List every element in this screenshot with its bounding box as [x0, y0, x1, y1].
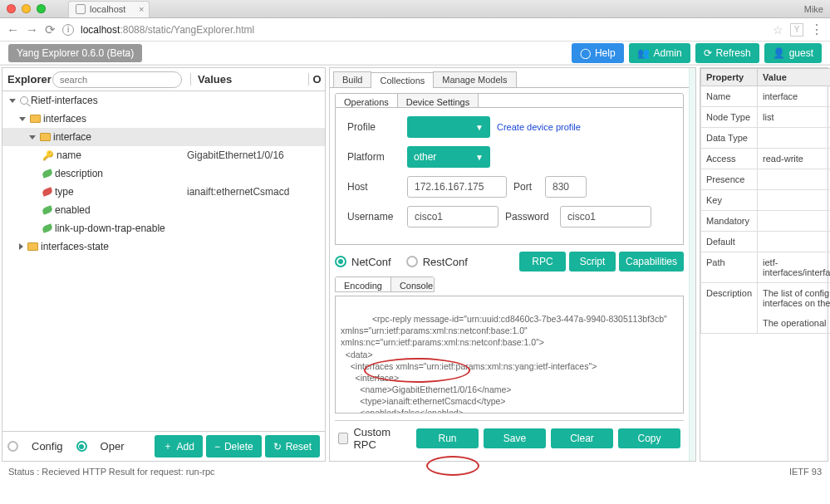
bookmark-icon[interactable]: ☆ — [773, 23, 783, 37]
tree-row[interactable]: link-up-down-trap-enable — [2, 219, 325, 237]
table-row: DescriptionThe list of configured interf… — [701, 283, 831, 334]
tab-device-settings[interactable]: Device Settings — [398, 94, 479, 107]
explorer-title: Explorer — [2, 73, 52, 86]
oper-radio[interactable] — [76, 441, 87, 452]
netconf-radio[interactable] — [335, 256, 346, 267]
tree-row[interactable]: interface — [2, 128, 325, 146]
script-button[interactable]: Script — [569, 252, 616, 272]
port-label: Port — [513, 181, 538, 193]
os-username: Mike — [804, 4, 823, 14]
url-display[interactable]: localhost:8088/static/YangExplorer.html — [81, 24, 766, 36]
rpc-button[interactable]: RPC — [519, 252, 566, 272]
tree-row[interactable]: interfaces — [2, 110, 325, 128]
delete-button[interactable]: −Delete — [206, 435, 262, 458]
add-button[interactable]: ＋Add — [155, 435, 203, 458]
restconf-radio[interactable] — [406, 256, 418, 267]
tree-row[interactable]: description — [2, 164, 325, 183]
copy-button[interactable]: Copy — [618, 428, 680, 448]
platform-dropdown[interactable]: other▼ — [407, 146, 490, 168]
table-row: Default — [701, 232, 831, 252]
tab-collections[interactable]: Collections — [371, 72, 434, 88]
prop-name: Description — [701, 283, 758, 334]
port-input[interactable] — [545, 176, 587, 198]
prop-name: Name — [701, 86, 758, 107]
tab-manage-models[interactable]: Manage Models — [433, 71, 516, 87]
tree-row[interactable]: Rietf-interfaces — [2, 91, 325, 110]
prop-value — [758, 169, 830, 190]
custom-rpc-checkbox[interactable] — [338, 433, 348, 444]
tab-title: localhost — [90, 4, 125, 14]
username-input[interactable] — [407, 206, 498, 228]
close-dot[interactable] — [7, 4, 16, 13]
create-profile-link[interactable]: Create device profile — [497, 122, 581, 132]
table-row: Data Type — [701, 128, 831, 149]
profile-label: Profile — [347, 121, 400, 133]
status-ietf: IETF 93 — [789, 467, 822, 477]
prop-name: Default — [701, 232, 758, 252]
prop-name: Path — [701, 252, 758, 283]
table-row: Pathietf-interfaces/interfaces/interface — [701, 252, 831, 283]
clear-button[interactable]: Clear — [551, 428, 613, 448]
restconf-label: RestConf — [423, 256, 468, 268]
tree-node-value: ianaift:ethernetCsmacd — [184, 186, 325, 198]
table-row: Mandatory — [701, 211, 831, 232]
reset-button[interactable]: ↻Reset — [265, 435, 320, 458]
tree-node-label: interfaces-state — [41, 241, 109, 252]
max-dot[interactable] — [37, 4, 46, 13]
refresh-button[interactable]: ⟳Refresh — [695, 43, 759, 63]
protocol-row: NetConf RestConf RPC Script Capabilities — [335, 252, 684, 272]
y-extension-icon[interactable]: Y — [790, 23, 803, 37]
explorer-tree[interactable]: Rietf-interfacesinterfacesinterface🔑name… — [2, 91, 325, 431]
browser-menu-icon[interactable]: ⋮ — [810, 22, 823, 37]
admin-button[interactable]: 👥Admin — [629, 43, 690, 63]
tree-row[interactable]: 🔑nameGigabitEthernet1/0/16 — [2, 146, 325, 164]
run-button[interactable]: Run — [416, 428, 479, 448]
url-path: :8088/static/YangExplorer.html — [120, 24, 254, 36]
admin-label: Admin — [654, 47, 682, 59]
tree-row[interactable]: interfaces-state — [2, 237, 325, 256]
address-bar: ← → ⟳ i localhost:8088/static/YangExplor… — [0, 18, 830, 42]
explorer-footer: Config Oper ＋Add −Delete ↻Reset — [2, 431, 325, 461]
prop-value — [758, 128, 830, 149]
tab-console[interactable]: Console — [391, 277, 435, 291]
prop-name: Presence — [701, 169, 758, 190]
output-tabs: Encoding Console — [335, 276, 435, 291]
tab-build[interactable]: Build — [333, 71, 371, 87]
chevron-down-icon: ▼ — [475, 153, 484, 162]
tree-row[interactable]: enabled — [2, 201, 325, 219]
forward-icon[interactable]: → — [26, 22, 38, 37]
window-titlebar: localhost × Mike — [0, 0, 830, 18]
password-input[interactable] — [560, 206, 651, 228]
site-info-icon[interactable]: i — [62, 24, 74, 36]
help-button[interactable]: ◯Help — [572, 43, 624, 63]
host-input[interactable] — [407, 176, 507, 198]
table-row: Node Typelist — [701, 107, 831, 128]
search-input[interactable] — [52, 71, 182, 88]
config-radio[interactable] — [7, 441, 18, 452]
browser-tab[interactable]: localhost × — [68, 1, 150, 17]
prop-value: ietf-interfaces/interfaces/interface — [758, 252, 830, 283]
table-row: Accessread-write — [701, 149, 831, 169]
refresh-label: Refresh — [716, 47, 751, 59]
center-scrollbar[interactable] — [689, 68, 695, 461]
table-row: Key — [701, 190, 831, 211]
explorer-header: Explorer Values O — [2, 68, 325, 91]
back-icon[interactable]: ← — [7, 22, 19, 37]
tab-encoding[interactable]: Encoding — [336, 277, 391, 291]
min-dot[interactable] — [22, 4, 31, 13]
rpc-output[interactable]: <rpc-reply message-id="urn:uuid:cd8460c3… — [335, 296, 684, 413]
property-panel: Property Value NameinterfaceNode Typelis… — [700, 67, 828, 462]
platform-value: other — [414, 151, 436, 163]
guest-button[interactable]: 👤guest — [764, 43, 822, 63]
profile-dropdown[interactable]: ▼ — [407, 116, 490, 138]
tree-node-label: link-up-down-trap-enable — [55, 223, 165, 234]
capabilities-button[interactable]: Capabilities — [619, 252, 684, 272]
reload-icon[interactable]: ⟳ — [45, 22, 56, 37]
tab-operations[interactable]: Operations — [336, 94, 398, 107]
center-tabs: Build Collections Manage Models — [330, 68, 689, 88]
username-label: Username — [347, 211, 400, 223]
netconf-label: NetConf — [351, 256, 391, 268]
save-button[interactable]: Save — [484, 428, 546, 448]
tree-row[interactable]: typeianaift:ethernetCsmacd — [2, 183, 325, 201]
close-tab-icon[interactable]: × — [139, 4, 144, 14]
